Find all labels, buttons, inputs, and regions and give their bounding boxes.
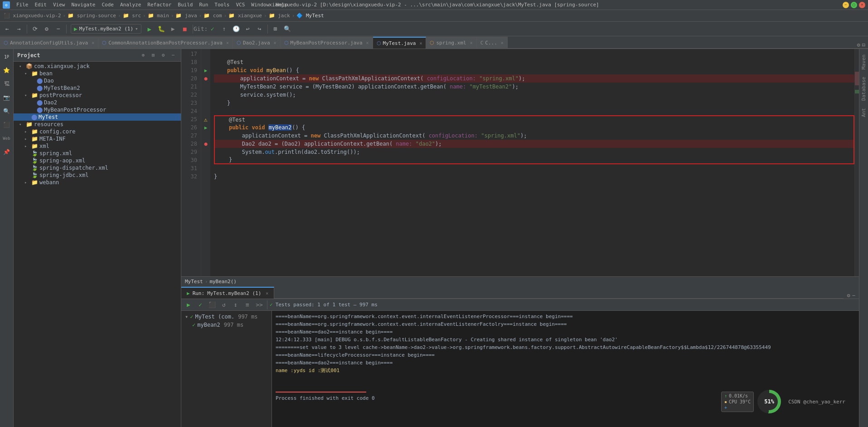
run-again-button[interactable]: ▶	[183, 299, 194, 310]
run-check-button[interactable]: ✓	[195, 299, 206, 310]
left-icon-search[interactable]: 🔍	[1, 105, 13, 117]
menu-tools[interactable]: Tools	[212, 1, 232, 9]
run-tab-close[interactable]: ×	[266, 291, 268, 296]
breadcrumb-main[interactable]: 📁 main	[148, 13, 169, 19]
tree-item-spring-aop-xml[interactable]: ▾ 🍃 spring-aop.xml	[14, 157, 181, 164]
tree-item-mytestbean2[interactable]: ▾ ⬤ MyTestBean2	[14, 84, 181, 92]
menu-analyze[interactable]: Analyze	[117, 1, 144, 9]
left-icon-pin[interactable]: 📌	[1, 146, 13, 158]
code-content[interactable]: @Test public void myBean() { application…	[210, 49, 854, 276]
left-icon-camera[interactable]: 📷	[1, 92, 13, 103]
left-icon-web[interactable]: Web	[1, 133, 13, 144]
breadcrumb-xiangxue[interactable]: 📁 xiangxue	[228, 13, 262, 19]
panel-settings-icon[interactable]: ⚙	[159, 51, 167, 59]
redo-button[interactable]: ↪	[254, 24, 265, 34]
undo-button[interactable]: ↩	[242, 24, 253, 34]
editor-scrollbar[interactable]	[854, 49, 859, 276]
history-button[interactable]: 🕐	[231, 24, 242, 34]
tab-dao2[interactable]: ⬡ Dao2.java ×	[233, 37, 281, 49]
breadcrumb-src[interactable]: 📁 src	[123, 13, 141, 19]
close-button[interactable]: ×	[859, 2, 865, 8]
tree-item-spring-jdbc-xml[interactable]: ▾ 🍃 spring-jdbc.xml	[14, 172, 181, 179]
run-button[interactable]: ▶	[144, 24, 155, 34]
tab-close-icon[interactable]: ×	[226, 40, 229, 45]
run-with-coverage[interactable]: ▶	[168, 24, 179, 34]
tree-item-meta-inf-folder[interactable]: ▸ 📁 META-INF	[14, 135, 181, 142]
left-icon-structure[interactable]: 🏗	[1, 78, 13, 90]
run-tree-mybean2[interactable]: ✓ myBean2 997 ms	[181, 321, 272, 329]
left-icon-project[interactable]: 1P	[1, 51, 13, 63]
code-editor[interactable]: 17 18 19 20 21 22 23 24 25 26 27 28 29 3…	[181, 49, 859, 276]
tab-mybeanpostprocessor[interactable]: ⬡ MyBeanPostProcessor.java ×	[281, 37, 373, 49]
breadcrumb-com[interactable]: 📁 com	[204, 13, 222, 19]
stop-button[interactable]: ■	[179, 24, 190, 34]
git-button[interactable]: Git:	[195, 24, 206, 34]
tab-mytest[interactable]: ⬡ MyTest.java ×	[373, 37, 427, 49]
debug-button[interactable]: 🐛	[156, 24, 167, 34]
tab-close-icon[interactable]: ×	[274, 40, 276, 45]
run-filter-button[interactable]: ≡	[242, 299, 253, 310]
collapse-icon[interactable]: −	[852, 292, 855, 299]
tab-close-icon[interactable]: ×	[470, 40, 473, 45]
breadcrumb-jack[interactable]: 📁 jack	[269, 13, 290, 19]
menu-edit[interactable]: Edit	[32, 1, 50, 9]
tree-item-bean-folder[interactable]: ▾ 📁 bean	[14, 70, 181, 77]
run-rerun-button[interactable]: ↺	[218, 299, 229, 310]
ant-tab[interactable]: Ant	[860, 104, 868, 121]
run-stop-button[interactable]: ⬛	[207, 299, 218, 310]
database-tab[interactable]: Database	[860, 73, 868, 104]
menu-run[interactable]: Run	[196, 1, 211, 9]
tab-close-icon[interactable]: ×	[366, 40, 369, 45]
search-everywhere[interactable]: 🔍	[282, 24, 293, 34]
panel-expand-icon[interactable]: ⊞	[149, 51, 157, 59]
tree-item-mybeanpostprocessor[interactable]: ▾ ⬤ MyBeanPostProcessor	[14, 106, 181, 113]
tree-item-webann-folder[interactable]: ▸ 📁 webann	[14, 179, 181, 186]
left-icon-bookmark[interactable]: ⭐	[1, 64, 13, 76]
menu-vcs[interactable]: VCS	[233, 1, 247, 9]
menu-code[interactable]: Code	[99, 1, 116, 9]
bottom-tab-run[interactable]: ▶ Run: MyTest.myBean2 (1) ×	[181, 287, 274, 299]
breadcrumb-module[interactable]: 📁 spring-source	[68, 13, 116, 19]
run-config-dropdown[interactable]: ▶ MyTest.myBean2 (1) ▾	[71, 24, 141, 34]
split-editor-icon[interactable]: ⊟	[862, 42, 865, 48]
scrollbar-thumb[interactable]	[855, 72, 859, 85]
tree-item-config-core-folder[interactable]: ▸ 📁 config.core	[14, 128, 181, 135]
run-next-button[interactable]: >>	[254, 299, 265, 310]
tree-item-spring-xml[interactable]: ▾ 🍃 spring.xml	[14, 150, 181, 157]
tab-close-icon[interactable]: ×	[92, 40, 94, 45]
settings-gear-icon[interactable]: ⚙	[857, 42, 860, 48]
menu-file[interactable]: File	[14, 1, 31, 9]
tree-item-root[interactable]: ▾ 📦 com.xiangxue.jack	[14, 63, 181, 70]
cpu-usage-circle[interactable]: 51%	[757, 390, 781, 413]
tab-common-annotation[interactable]: ⬡ CommonAnnotationBeanPostProcessor.java…	[98, 37, 233, 49]
run-sort-button[interactable]: ↕	[230, 299, 241, 310]
toolbar-settings[interactable]: ⚙	[41, 24, 52, 34]
git-check[interactable]: ✓	[207, 24, 218, 34]
tree-item-spring-dispatcher-xml[interactable]: ▾ 🍃 spring-dispatcher.xml	[14, 164, 181, 172]
gutter-breakpoint-20[interactable]: ●	[201, 74, 210, 83]
minimize-button[interactable]: −	[843, 2, 849, 8]
tree-item-mytest[interactable]: ▾ ⬤ MyTest	[14, 113, 181, 121]
bookmarks-button[interactable]: ⊞	[270, 24, 281, 34]
settings-icon[interactable]: ⚙	[847, 292, 850, 299]
panel-close-icon[interactable]: −	[169, 51, 177, 59]
maven-tab[interactable]: Maven	[860, 51, 868, 73]
menu-navigate[interactable]: Navigate	[69, 1, 98, 9]
gutter-run-19[interactable]: ▶	[201, 66, 210, 74]
toolbar-forward[interactable]: →	[14, 24, 24, 34]
tab-c[interactable]: C C... ×	[477, 37, 508, 49]
maximize-button[interactable]: □	[851, 2, 857, 8]
breadcrumb-project[interactable]: ⬛ xiangxuedu-vip-2	[4, 13, 61, 19]
tab-close-icon[interactable]: ×	[419, 41, 422, 46]
panel-sync-icon[interactable]: ⊕	[139, 51, 147, 59]
gutter-breakpoint-28[interactable]: ●	[201, 140, 210, 148]
tab-annotation-config-utils[interactable]: ⬡ AnnotationConfigUtils.java ×	[0, 37, 98, 49]
tree-item-postprocessor-folder[interactable]: ▾ 📁 postProcessor	[14, 92, 181, 99]
menu-view[interactable]: View	[50, 1, 68, 9]
gutter-run-26[interactable]: ▶	[201, 123, 210, 132]
left-icon-terminal[interactable]: ⬛	[1, 119, 13, 131]
tree-item-dao2[interactable]: ▾ ⬤ Dao2	[14, 99, 181, 106]
tab-spring-xml[interactable]: ⬡ spring.xml ×	[426, 37, 476, 49]
breadcrumb-java[interactable]: 📁 java	[175, 13, 197, 19]
menu-build[interactable]: Build	[175, 1, 195, 9]
